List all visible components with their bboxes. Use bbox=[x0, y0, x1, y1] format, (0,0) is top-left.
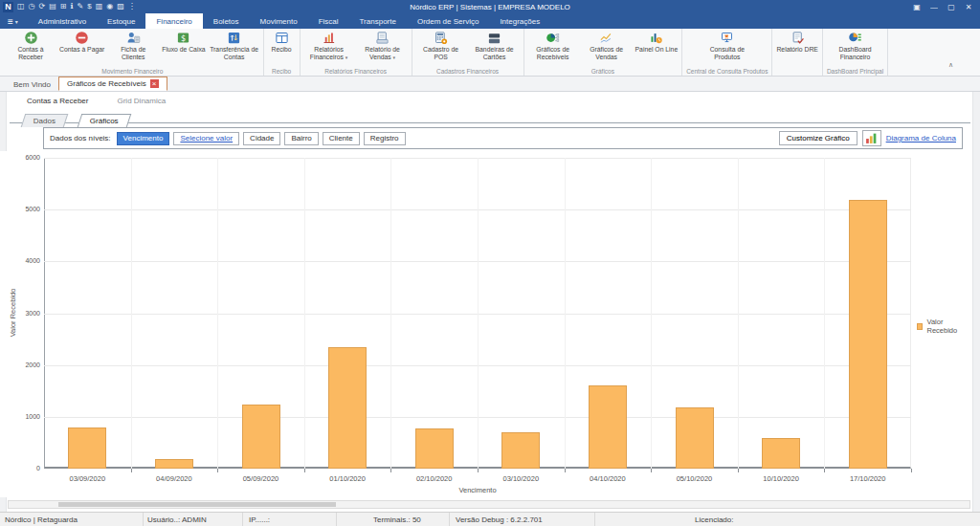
ribbon-group-dashboard-principal: DashBoard FinanceiroDashBoard Principal bbox=[823, 29, 888, 76]
document-tab-graficos-de-recebiveis[interactable]: Gráficos de Recebíveis× bbox=[58, 77, 167, 91]
clock-icon[interactable]: ◷ bbox=[29, 2, 35, 11]
menu-tab-administrativo[interactable]: Administrativo bbox=[28, 13, 97, 29]
ribbon-button-contas-a-pagar[interactable]: Contas à Pagar bbox=[57, 30, 106, 67]
status-bar: Nórdico | RetaguardaUsuário..: ADMINIP..… bbox=[0, 512, 980, 526]
bar-03-10-2020 bbox=[501, 432, 540, 469]
ribbon-group-label: Gráficos bbox=[526, 67, 680, 76]
ribbon-button-transferencia-de-contas[interactable]: Transferência de Contas bbox=[208, 30, 261, 67]
filter-label: Dados dos níveis: bbox=[50, 134, 111, 142]
y-axis-tick-label: 1000 bbox=[10, 413, 40, 420]
menu-tab-transporte[interactable]: Transporte bbox=[349, 13, 407, 29]
doc-check-icon bbox=[791, 31, 805, 45]
ribbon-button-relatorios-financeiros[interactable]: Relatórios Financeiros ▾ bbox=[302, 30, 356, 67]
scrollbar-thumb[interactable] bbox=[58, 502, 336, 507]
ribbon-button-graficos-de-vendas[interactable]: Gráficos de Vendas bbox=[580, 30, 634, 67]
more-icon[interactable]: ⋮ bbox=[128, 2, 136, 11]
bar-17-10-2020 bbox=[849, 200, 887, 469]
file-icon[interactable]: ▤ bbox=[49, 2, 56, 11]
ribbon-group-cadastros-financeiros: Cadastro de POSBandeiras de CartõesCadas… bbox=[412, 29, 524, 76]
document-tab-label: Bem Vindo bbox=[13, 80, 51, 89]
ribbon-button-recibo[interactable]: Recibo bbox=[266, 30, 298, 67]
ribbon-button-contas-a-receber[interactable]: Contas à Receber bbox=[4, 30, 57, 67]
ribbon-button-relatorio-dre[interactable]: Relatório DRE bbox=[774, 30, 819, 67]
v-gridline bbox=[565, 158, 566, 469]
folder-icon[interactable]: ▨ bbox=[117, 2, 124, 11]
minus-circle-icon bbox=[75, 31, 89, 45]
view-tabs: Contas a ReceberGrid Dinamica bbox=[27, 94, 166, 108]
x-axis-tick bbox=[824, 469, 825, 472]
filter-chip-vencimento[interactable]: Vencimento bbox=[117, 132, 170, 145]
close-icon[interactable]: × bbox=[150, 79, 159, 88]
document-tab-bem-vindo[interactable]: Bem Vindo bbox=[6, 78, 58, 91]
view-tab-grid-dinamica[interactable]: Grid Dinamica bbox=[117, 97, 166, 105]
ribbon-button-dashboard-financeiro[interactable]: DashBoard Financeiro bbox=[829, 30, 882, 67]
panel-clock-icon bbox=[649, 31, 663, 45]
ribbon-group-recibo: ReciboRecibo bbox=[264, 29, 301, 76]
menu-tab-fiscal[interactable]: Fiscal bbox=[308, 13, 349, 29]
money-icon[interactable]: $ bbox=[87, 2, 91, 11]
menu-tab-boletos[interactable]: Boletos bbox=[203, 13, 250, 29]
menu-tab-ordem-de-servico[interactable]: Ordem de Serviço bbox=[407, 13, 489, 29]
bar-01-10-2020 bbox=[328, 347, 367, 469]
view-tab-contas-a-receber[interactable]: Contas a Receber bbox=[27, 97, 88, 105]
menu-tab-movimento[interactable]: Movimento bbox=[250, 13, 308, 29]
window-icon[interactable]: ◫ bbox=[17, 2, 25, 11]
ribbon-button-ficha-de-clientes[interactable]: Ficha de Clientes bbox=[106, 30, 160, 67]
customize-chart-button[interactable]: Customize Gráfico bbox=[779, 131, 858, 145]
menu-tab-estoque[interactable]: Estoque bbox=[97, 13, 145, 29]
minimize-button[interactable]: — bbox=[926, 3, 942, 11]
horizontal-scrollbar[interactable] bbox=[8, 500, 970, 509]
app-menu-button[interactable]: ≡▾ bbox=[0, 13, 28, 29]
restore-button[interactable]: ▢ bbox=[944, 3, 959, 11]
refresh-icon[interactable]: ⟳ bbox=[39, 2, 46, 11]
transfer-icon bbox=[227, 31, 241, 45]
status-item-5: Licenciado: bbox=[595, 513, 980, 526]
app-logo: N bbox=[3, 2, 13, 12]
v-gridline bbox=[651, 158, 652, 469]
filter-chip-cliente[interactable]: Cliente bbox=[323, 132, 360, 145]
window-title: Nórdico ERP | Sistemas | EMPRESA MODELO bbox=[0, 3, 980, 11]
x-axis-tick bbox=[911, 469, 912, 472]
filter-chip-cidade[interactable]: Cidade bbox=[243, 132, 280, 145]
style-icon[interactable]: ▣ bbox=[909, 3, 924, 11]
line-chart-icon bbox=[599, 31, 613, 45]
dashboard-icon bbox=[848, 31, 862, 45]
menu-tab-financeiro[interactable]: Financeiro bbox=[145, 13, 202, 29]
menu-tab-integracoes[interactable]: Integrações bbox=[489, 13, 550, 29]
status-item-0: Nórdico | Retaguarda bbox=[0, 513, 144, 526]
filter-chip-bairro[interactable]: Bairro bbox=[284, 132, 318, 145]
filter-chip-selecione-valor[interactable]: Selecione valor bbox=[173, 132, 239, 145]
globe-icon[interactable]: ◉ bbox=[106, 2, 113, 11]
y-axis-tick-label: 3000 bbox=[10, 310, 40, 317]
info-icon[interactable]: ℹ bbox=[71, 2, 74, 11]
filter-chip-registro[interactable]: Registro bbox=[364, 132, 406, 145]
sub-tab-graficos[interactable]: Gráficos bbox=[78, 114, 131, 127]
ribbon-group-movimento-financeiro: Contas à ReceberContas à PagarFicha de C… bbox=[2, 29, 264, 76]
close-button[interactable]: ✕ bbox=[961, 3, 976, 11]
document-tabs: Bem VindoGráficos de Recebíveis× bbox=[0, 77, 980, 92]
ribbon-button-relatorio-de-vendas[interactable]: Relatório de Vendas ▾ bbox=[356, 30, 410, 67]
x-axis-tick-label: 17/10/2020 bbox=[824, 474, 911, 483]
ribbon-button-consulta-de-produtos[interactable]: Consulta de Produtos bbox=[701, 30, 754, 67]
ribbon-button-painel-on-line[interactable]: Painel On Line bbox=[634, 30, 680, 67]
ribbon-group-graficos: Gráficos de RecebíveisGráficos de Vendas… bbox=[524, 29, 683, 76]
bar-04-10-2020 bbox=[589, 385, 627, 469]
status-item-2: IP......: bbox=[243, 513, 337, 526]
chart-type-icon[interactable] bbox=[862, 130, 881, 146]
bar-02-10-2020 bbox=[415, 428, 454, 469]
x-axis-tick-label: 03/10/2020 bbox=[478, 474, 565, 483]
ribbon-button-cadastro-de-pos[interactable]: Cadastro de POS bbox=[414, 30, 468, 67]
legend-label: Valor Recebido bbox=[926, 318, 970, 335]
pen-icon[interactable]: ✎ bbox=[78, 2, 84, 11]
ribbon-button-graficos-de-recebiveis[interactable]: Gráficos de Recebíveis bbox=[526, 30, 580, 67]
ribbon-button-bandeiras-de-cartoes[interactable]: Bandeiras de Cartões bbox=[468, 30, 522, 67]
diagram-type-link[interactable]: Diagrama de Coluna bbox=[886, 134, 956, 142]
right-gutter bbox=[972, 92, 980, 512]
x-axis-tick bbox=[651, 469, 652, 472]
sub-tab-dados[interactable]: Dados bbox=[21, 114, 69, 127]
ribbon-group-misc: Relatório DRE bbox=[772, 29, 822, 76]
book-icon[interactable]: ▥ bbox=[96, 2, 103, 11]
bar-05-10-2020 bbox=[676, 407, 714, 470]
ribbon-button-fluxo-de-caixa[interactable]: $Fluxo de Caixa bbox=[160, 30, 207, 67]
calculator-icon[interactable]: ⊞ bbox=[60, 2, 67, 11]
